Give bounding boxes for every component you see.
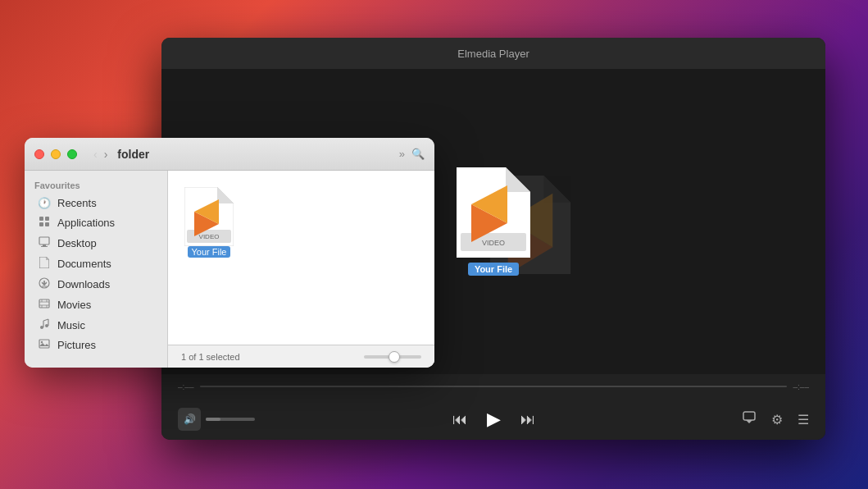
sidebar-label-recents: Recents (57, 197, 97, 209)
svg-text:VIDEO: VIDEO (199, 233, 220, 240)
finder-window: ‹ › folder » 🔍 Favourites 🕐 Recents (25, 138, 434, 368)
sidebar-item-documents[interactable]: Documents (28, 254, 164, 274)
finder-main: VIDEO Your File 1 of 1 selected (168, 171, 434, 368)
svg-rect-12 (39, 217, 43, 221)
close-button[interactable] (34, 149, 44, 159)
svg-marker-19 (39, 257, 49, 268)
progress-bar-area: –:–– –:–– (178, 374, 809, 399)
file-item-label: Your File (188, 246, 229, 258)
sidebar-label-applications: Applications (57, 217, 115, 229)
center-controls: ⏮ ▶ ⏭ (452, 409, 535, 430)
forward-button[interactable]: › (104, 148, 108, 161)
airplay-button[interactable] (742, 410, 757, 428)
applications-icon (38, 216, 51, 230)
time-start: –:–– (178, 382, 193, 391)
sidebar-item-downloads[interactable]: Downloads (28, 274, 164, 295)
finder-body: Favourites 🕐 Recents Applications (25, 171, 434, 368)
svg-marker-42 (217, 187, 234, 203)
prev-button[interactable]: ⏮ (452, 411, 467, 428)
svg-rect-16 (39, 237, 49, 244)
player-file-display: VIDEO Your File (457, 167, 530, 276)
svg-marker-11 (746, 420, 752, 423)
sidebar-item-music[interactable]: Music (28, 315, 164, 336)
sidebar-item-recents[interactable]: 🕐 Recents (28, 194, 164, 213)
desktop-icon (38, 236, 51, 250)
minimize-button[interactable] (51, 149, 61, 159)
sidebar-label-desktop: Desktop (57, 237, 97, 249)
volume-slider[interactable] (206, 418, 255, 421)
player-controls: –:–– –:–– 🔊 ⏮ ▶ ⏭ (161, 374, 825, 440)
movies-icon (38, 298, 51, 312)
file-item[interactable]: VIDEO Your File (181, 184, 237, 261)
more-options-button[interactable]: » (399, 148, 405, 160)
svg-rect-14 (39, 222, 43, 226)
sidebar-item-desktop[interactable]: Desktop (28, 233, 164, 254)
file-icon-large-svg: VIDEO (457, 167, 530, 258)
next-button[interactable]: ⏭ (520, 411, 535, 428)
sidebar-label-pictures: Pictures (57, 339, 96, 351)
time-end: –:–– (793, 382, 809, 391)
svg-marker-40 (39, 343, 49, 346)
sidebar-item-applications[interactable]: Applications (28, 213, 164, 233)
nav-right: » 🔍 (399, 148, 425, 160)
svg-rect-38 (39, 340, 49, 348)
status-text: 1 of 1 selected (181, 352, 240, 362)
folder-title: folder (117, 148, 149, 161)
svg-point-39 (41, 341, 43, 343)
finder-sidebar: Favourites 🕐 Recents Applications (25, 171, 168, 368)
svg-rect-13 (45, 217, 49, 221)
back-button[interactable]: ‹ (93, 148, 98, 161)
sidebar-label-music: Music (57, 319, 85, 331)
finder-statusbar: 1 of 1 selected (168, 345, 434, 368)
recents-icon: 🕐 (38, 197, 51, 209)
search-button[interactable]: 🔍 (411, 148, 425, 160)
file-icon-main: VIDEO Your File (457, 167, 530, 276)
size-slider[interactable] (364, 355, 421, 359)
svg-rect-15 (45, 222, 49, 226)
slider-thumb[interactable] (389, 351, 400, 363)
progress-track[interactable] (200, 386, 786, 387)
volume-button[interactable]: 🔊 (178, 408, 201, 431)
svg-line-37 (43, 319, 48, 321)
player-titlebar: Elmedia Player (161, 38, 825, 69)
player-file-label: Your File (468, 263, 519, 276)
documents-icon (38, 257, 51, 271)
downloads-icon (38, 277, 51, 291)
slider-track[interactable] (364, 355, 421, 359)
settings-button[interactable]: ⚙ (771, 412, 783, 427)
svg-marker-24 (42, 283, 47, 286)
svg-text:VIDEO: VIDEO (482, 239, 505, 247)
playlist-button[interactable]: ☰ (798, 412, 809, 427)
svg-rect-10 (743, 412, 755, 420)
sidebar-label-movies: Movies (57, 299, 91, 311)
svg-rect-17 (43, 244, 46, 246)
finder-titlebar: ‹ › folder » 🔍 (25, 138, 434, 171)
player-title: Elmedia Player (457, 48, 529, 60)
sidebar-label-downloads: Downloads (57, 278, 110, 290)
volume-control: 🔊 (178, 408, 260, 431)
control-buttons-row: 🔊 ⏮ ▶ ⏭ ⚙ ☰ (178, 399, 809, 440)
music-icon (38, 318, 51, 332)
finder-nav: ‹ › folder (93, 148, 393, 161)
sidebar-item-movies[interactable]: Movies (28, 295, 164, 315)
play-button[interactable]: ▶ (487, 409, 501, 430)
svg-rect-18 (41, 246, 48, 247)
svg-marker-5 (506, 167, 530, 192)
file-icon-small-svg: VIDEO (184, 187, 234, 246)
fullscreen-button[interactable] (67, 149, 77, 159)
sidebar-item-pictures[interactable]: Pictures (28, 336, 164, 354)
sidebar-section-favourites: Favourites (25, 171, 167, 194)
finder-content: VIDEO Your File (168, 171, 434, 345)
svg-rect-26 (39, 299, 49, 308)
pictures-icon (38, 339, 51, 351)
right-controls: ⚙ ☰ (727, 410, 809, 428)
sidebar-label-documents: Documents (57, 258, 111, 270)
